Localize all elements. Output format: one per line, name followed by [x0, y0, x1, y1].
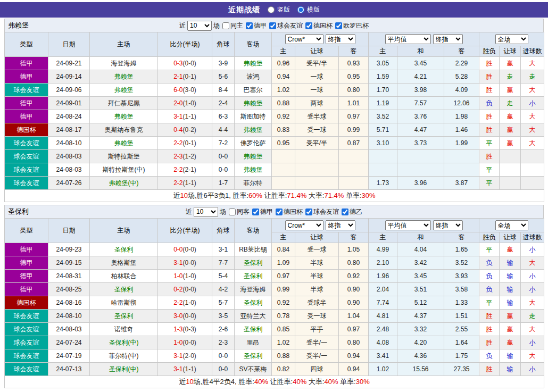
- home-team-cell[interactable]: 弗赖堡: [90, 70, 158, 84]
- date-cell: 24-08-03: [48, 150, 90, 163]
- league-filter-option[interactable]: 球会友谊: [268, 21, 303, 30]
- avg-draw-odds-cell: 7.57: [397, 97, 444, 110]
- result-handicap-cell: 赢: [500, 57, 521, 70]
- home-team-cell[interactable]: 圣保利: [90, 243, 158, 256]
- column-header: 角球: [212, 219, 235, 243]
- sub-column-header: 让球: [295, 232, 339, 243]
- away-team-cell[interactable]: 弗赖堡: [235, 97, 272, 110]
- league-filter-checkbox[interactable]: [342, 208, 348, 215]
- same-venue-option[interactable]: 同客: [228, 207, 250, 216]
- home-team-cell[interactable]: 圣保利: [90, 310, 158, 323]
- crow-away-odds-cell: 1.04: [339, 310, 369, 323]
- crow-handicap-cell: [295, 150, 339, 163]
- crow-home-odds-cell: [272, 163, 295, 177]
- layout-option-horizontal[interactable]: 横版: [296, 5, 320, 14]
- sub-column-header: 让球: [500, 46, 521, 57]
- league-filter-option[interactable]: 欧罗巴杯: [334, 21, 369, 30]
- result-handicap-cell: 走: [500, 70, 521, 84]
- match-count-select[interactable]: 10: [194, 207, 218, 217]
- avg-source-select[interactable]: 平均值: [385, 220, 431, 230]
- horizontal-radio[interactable]: [297, 6, 304, 13]
- league-type-cell: 德甲: [5, 256, 48, 270]
- away-team-cell[interactable]: 弗赖堡: [235, 163, 272, 177]
- league-filter-option[interactable]: 球会友谊: [304, 207, 339, 216]
- league-filter-checkbox[interactable]: [335, 22, 342, 29]
- league-filter-checkbox[interactable]: [276, 208, 283, 215]
- date-cell: 24-08-25: [48, 283, 90, 296]
- crow-handicap-cell: 一球: [295, 70, 339, 84]
- score-cell: 2-2(2-1): [158, 163, 212, 177]
- match-count-select[interactable]: 10: [187, 21, 212, 31]
- table-body: 德甲24-09-21海登海姆0-3(0-0)3-9弗赖堡0.96受平/半0.93…: [5, 57, 544, 190]
- home-team-cell[interactable]: 圣保利(中): [90, 363, 158, 376]
- avg-source-select[interactable]: 平均值: [385, 34, 431, 44]
- avg-away-odds-cell: [444, 150, 479, 163]
- table-row: 球会友谊24-07-13圣保利(中)3-1(1-1)0-0SV不莱梅0.82四球…: [5, 363, 544, 376]
- away-team-cell[interactable]: 弗赖堡: [235, 123, 272, 137]
- half-time-score: (2-1): [183, 166, 196, 173]
- avg-away-odds-cell: 27.35: [444, 363, 479, 376]
- summary-text: 单率:: [338, 378, 355, 386]
- crow-home-odds-cell: 0.88: [272, 349, 295, 363]
- home-team-cell[interactable]: 弗赖堡: [90, 110, 158, 123]
- stage-select[interactable]: 终指: [433, 34, 463, 44]
- layout-option-vertical[interactable]: 竖版: [267, 5, 290, 14]
- result-handicap-cell: 输: [500, 283, 521, 296]
- away-team-cell[interactable]: 圣保利: [235, 270, 272, 283]
- same-venue-checkbox[interactable]: [229, 208, 236, 215]
- half-time-score: (1-2): [183, 153, 196, 160]
- away-team-cell[interactable]: 圣保利: [235, 349, 272, 363]
- league-filter-option[interactable]: 德甲: [251, 207, 273, 216]
- company-select[interactable]: Crow*: [285, 34, 323, 44]
- stage-select[interactable]: 终指: [433, 220, 463, 230]
- avg-home-odds-cell: 4.81: [369, 310, 397, 323]
- away-team-cell[interactable]: 圣保利: [235, 256, 272, 270]
- vertical-radio[interactable]: [268, 6, 275, 13]
- away-team-cell: 斯图加特: [235, 110, 272, 123]
- league-filter-option[interactable]: 德甲: [245, 21, 267, 30]
- head-select-row: 类型日期主场比分(半场)角球客场Crow*终指平均值终指全场: [5, 32, 544, 46]
- same-venue-checkbox[interactable]: [222, 22, 229, 29]
- avg-home-odds-cell: 5.71: [369, 123, 397, 137]
- league-filter-option[interactable]: 德国杯: [304, 21, 333, 30]
- team-block: 弗赖堡近10场同主德甲球会友谊德国杯欧罗巴杯类型日期主场比分(半场)角球客场Cr…: [4, 19, 544, 202]
- stage-select[interactable]: 终指: [326, 34, 355, 44]
- summary-highlight: 40%: [324, 378, 338, 386]
- away-team-cell[interactable]: 圣保利: [235, 296, 272, 310]
- crow-home-odds-cell: 0.92: [272, 296, 295, 310]
- half-time-score: (3-0): [183, 86, 196, 94]
- stage-select[interactable]: 终指: [326, 220, 355, 230]
- crow-away-odds-cell: 0.94: [339, 363, 369, 376]
- league-filter-option[interactable]: 德国杯: [275, 207, 303, 216]
- scope-select[interactable]: 全场: [495, 34, 528, 44]
- home-team-cell[interactable]: 弗赖堡: [90, 137, 158, 150]
- crow-home-odds-cell: 1.02: [272, 84, 295, 97]
- league-filter-checkbox[interactable]: [246, 22, 253, 29]
- crow-handicap-cell: 四球: [295, 363, 339, 376]
- result-goals-cell: 大: [521, 123, 544, 137]
- same-venue-option[interactable]: 同主: [221, 21, 243, 30]
- league-filter-checkbox[interactable]: [305, 22, 312, 29]
- away-team-cell[interactable]: 圣保利: [235, 323, 272, 336]
- same-venue-label: 同主: [230, 21, 243, 30]
- home-team-cell[interactable]: 圣保利(中): [90, 336, 158, 349]
- scope-select[interactable]: 全场: [495, 220, 528, 230]
- result-outcome-cell: 胜: [479, 57, 500, 70]
- result-handicap-cell: [500, 163, 521, 177]
- league-filter-option[interactable]: 德乙: [341, 207, 362, 216]
- home-team-cell[interactable]: 弗赖堡(中): [90, 177, 158, 190]
- avg-home-odds-cell: 3.10: [369, 137, 397, 150]
- score-cell: 2-2(1-0): [158, 296, 212, 310]
- avg-home-odds-cell: 2.10: [369, 256, 397, 270]
- full-time-score: 2-2: [173, 139, 182, 147]
- sub-column-header: 客: [339, 232, 369, 243]
- league-filter-checkbox[interactable]: [269, 22, 276, 29]
- home-team-cell[interactable]: 圣保利: [90, 283, 158, 296]
- league-filter-checkbox[interactable]: [252, 208, 259, 215]
- result-outcome-cell: 负: [479, 349, 500, 363]
- away-team-cell[interactable]: 弗赖堡: [235, 150, 272, 163]
- away-team-cell[interactable]: 弗赖堡: [235, 57, 272, 70]
- company-select[interactable]: Crow*: [285, 220, 323, 230]
- league-filter-checkbox[interactable]: [305, 208, 312, 215]
- home-team-cell[interactable]: 弗赖堡: [90, 84, 158, 97]
